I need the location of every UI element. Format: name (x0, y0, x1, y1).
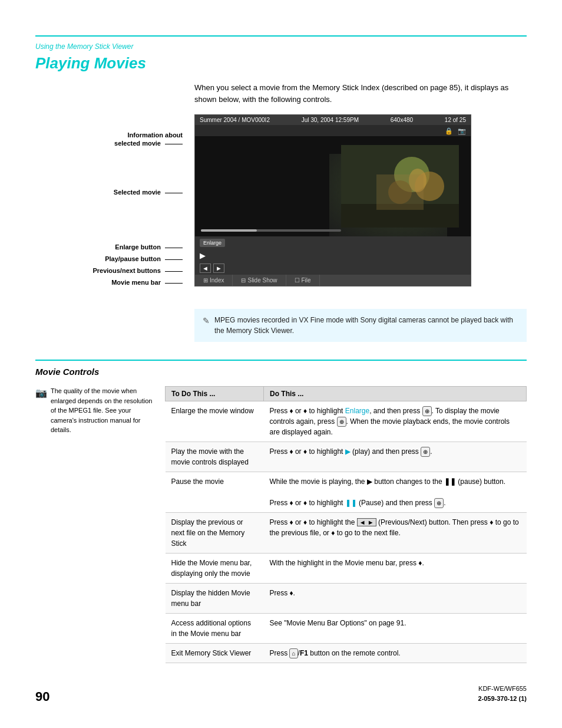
row8-todo: Exit Memory Stick Viewer (166, 644, 264, 663)
note-box: ✎ MPEG movies recorded in VX Fine mode w… (194, 309, 527, 342)
menubar-arrow (165, 283, 183, 284)
highlight-play: ▶ (345, 447, 351, 456)
controls-note-icon: 📷 (35, 386, 47, 435)
highlight-pause: ❚❚ (345, 499, 357, 507)
row4-todo: Display the previous or next file on the… (166, 513, 264, 554)
tv-nav-row: ◄ ► (195, 262, 471, 275)
section-subtitle: Using the Memory Stick Viewer (35, 42, 527, 51)
menu-item-index[interactable]: ⊞ Index (195, 275, 233, 286)
selected-label: Selected movie (114, 188, 183, 196)
enlarge-label: Enlarge button (115, 243, 183, 251)
menubar-label: Movie menu bar (111, 278, 183, 286)
enter-key-2: ⊕ (337, 417, 346, 427)
tv-playback-row: ▶ (195, 249, 471, 262)
tv-screen: Summer 2004 / MOV000I2 Jul 30, 2004 12:5… (194, 114, 471, 286)
labels-column: Information aboutselected movie Selected… (35, 114, 194, 297)
row8-dothis: Press ⌂/F1 button on the remote control. (263, 644, 526, 663)
controls-note-text: The quality of the movie when enlarged d… (51, 386, 153, 435)
viewer-section: Information aboutselected movie Selected… (35, 114, 527, 297)
table-row: Display the hidden Movie menu bar Press … (166, 584, 527, 614)
col-todo: To Do This ... (166, 387, 264, 401)
row7-dothis: See "Movie Menu Bar Options" on page 91. (263, 614, 526, 644)
table-header: To Do This ... Do This ... (166, 387, 527, 401)
playpause-arrow (165, 259, 183, 260)
row7-todo: Access additional options in the Movie m… (166, 614, 264, 644)
row2-dothis: Press ♦ or ♦ to highlight ▶ (play) and t… (263, 442, 526, 472)
prevnext-arrow (165, 271, 183, 272)
note-text: MPEG movies recorded in VX Fine mode wit… (214, 315, 518, 336)
info-arrow (165, 144, 183, 144)
info-label: Information aboutselected movie (114, 131, 183, 148)
menu-item-slideshow[interactable]: ⊟ Slide Show (233, 275, 286, 286)
highlight-prevnext: ◄ ► (357, 518, 376, 526)
page-number: 90 (35, 689, 49, 704)
movie-controls-section: Movie Controls 📷 The quality of the movi… (35, 360, 527, 663)
playpause-label: Play/pause button (105, 255, 183, 263)
table-row: Exit Memory Stick Viewer Press ⌂/F1 butt… (166, 644, 527, 663)
page-title: Playing Movies (35, 54, 527, 73)
table-body: Enlarge the movie window Press ♦ or ♦ to… (166, 401, 527, 663)
note-icon: ✎ (203, 315, 210, 336)
tv-resolution: 640x480 (391, 117, 413, 123)
row3-dothis: While the movie is playing, the ▶ button… (263, 472, 526, 513)
play-button[interactable]: ▶ (200, 251, 206, 260)
lock-icon: 🔒 (445, 127, 453, 134)
home-key: ⌂ (289, 648, 297, 658)
intro-text-content: When you select a movie from the Memory … (194, 83, 508, 104)
row6-dothis: Press ♦. (263, 584, 526, 614)
controls-note-box: 📷 The quality of the movie when enlarged… (35, 386, 153, 435)
movie-image-svg (341, 145, 459, 228)
model-detail: 2-059-370-12 (1) (478, 694, 527, 704)
progress-bar-bg (201, 229, 341, 232)
row2-todo: Play the movie with the movie controls d… (166, 442, 264, 472)
top-rule (35, 35, 527, 37)
prevnext-label: Previous/next buttons (92, 266, 183, 275)
table-row: Display the previous or next file on the… (166, 513, 527, 554)
tv-top-bar: Summer 2004 / MOV000I2 Jul 30, 2004 12:5… (195, 115, 471, 125)
controls-table-col: To Do This ... Do This ... Enlarge the m… (165, 386, 527, 663)
image-icon: 📷 (458, 127, 466, 134)
table-row: Hide the Movie menu bar, displaying only… (166, 554, 527, 584)
row5-dothis: With the highlight in the Movie menu bar… (263, 554, 526, 584)
tv-filename: Summer 2004 / MOV000I2 (200, 117, 270, 123)
col-dothis: Do This ... (263, 387, 526, 401)
tv-controls-row: Enlarge (195, 236, 471, 249)
movie-thumbnail (341, 145, 459, 228)
tv-content-area (195, 136, 471, 236)
row6-todo: Display the hidden Movie menu bar (166, 584, 264, 614)
table-row: Enlarge the movie window Press ♦ or ♦ to… (166, 401, 527, 442)
intro-text: When you select a movie from the Memory … (194, 82, 527, 105)
row1-dothis: Press ♦ or ♦ to highlight Enlarge, and t… (263, 401, 526, 442)
index-icon: ⊞ (203, 277, 208, 284)
page-container: Using the Memory Stick Viewer Playing Mo… (0, 0, 562, 728)
enlarge-button[interactable]: Enlarge (200, 239, 225, 247)
enter-key-4: ⊕ (434, 498, 444, 508)
row3-todo: Pause the movie (166, 472, 264, 513)
tv-menu-bar: ⊞ Index ⊟ Slide Show ☐ File (195, 275, 471, 286)
viewer-column: Summer 2004 / MOV000I2 Jul 30, 2004 12:5… (194, 114, 527, 297)
selected-arrow (165, 193, 183, 193)
model-info: KDF-WE/WF655 2-059-370-12 (1) (478, 684, 527, 704)
highlight-enlarge: Enlarge (345, 407, 369, 415)
menu-item-file[interactable]: ☐ File (286, 275, 320, 286)
prev-button[interactable]: ◄ (200, 263, 211, 273)
table-row: Play the movie with the movie controls d… (166, 442, 527, 472)
table-row: Access additional options in the Movie m… (166, 614, 527, 644)
file-icon: ☐ (295, 277, 300, 284)
tv-count: 12 of 25 (445, 117, 466, 123)
enter-key-3: ⊕ (421, 447, 430, 457)
movie-controls-title: Movie Controls (35, 367, 527, 377)
next-button[interactable]: ► (213, 263, 224, 273)
progress-bar-fill (201, 229, 257, 232)
controls-table: To Do This ... Do This ... Enlarge the m… (165, 386, 527, 663)
controls-note-col: 📷 The quality of the movie when enlarged… (35, 386, 153, 663)
tv-datetime: Jul 30, 2004 12:59PM (302, 117, 359, 123)
row4-dothis: Press ♦ or ♦ to highlight the ◄ ► (Previ… (263, 513, 526, 554)
model-name: KDF-WE/WF655 (478, 684, 527, 694)
slideshow-icon: ⊟ (241, 277, 246, 284)
enlarge-arrow (165, 248, 183, 248)
row1-todo: Enlarge the movie window (166, 401, 264, 442)
table-header-row: To Do This ... Do This ... (166, 387, 527, 401)
svg-rect-6 (376, 174, 424, 210)
table-row: Pause the movie While the movie is playi… (166, 472, 527, 513)
